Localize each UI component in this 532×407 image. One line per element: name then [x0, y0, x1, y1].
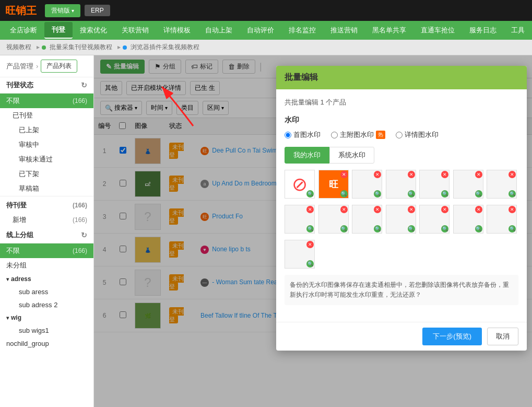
wm-cell-12[interactable]: ✕ 🔍 — [419, 205, 450, 234]
wm-cell-5[interactable]: ✕ 🔍 — [419, 170, 450, 199]
erp-button[interactable]: ERP — [85, 5, 110, 16]
wm-search-btn-1[interactable]: 🔍 — [306, 190, 314, 197]
wm-delete-btn-6[interactable]: ✕ — [475, 171, 482, 178]
wm-delete-btn-11[interactable]: ✕ — [408, 206, 415, 213]
wm-cell-3[interactable]: ✕ 🔍 — [352, 170, 382, 199]
nav-item-quandian[interactable]: 全店诊断 — [3, 22, 44, 38]
nav-item-kandeng[interactable]: 刊登 — [44, 22, 73, 39]
radio-first-image[interactable]: 首图水印 — [285, 130, 321, 139]
wm-cell-forbidden[interactable]: ⊘ 🔍 — [285, 170, 315, 199]
status-review-failed[interactable]: 审核未通过 — [0, 152, 93, 167]
nav-item-ranking[interactable]: 排名监控 — [281, 22, 323, 38]
sidebar-bc-product-list[interactable]: 产品列表 — [41, 60, 77, 73]
status-off-shelf[interactable]: 已下架 — [0, 167, 93, 181]
group-sub-adress2[interactable]: sub adress 2 — [0, 298, 93, 311]
group-unlimited[interactable]: 不限 (166) — [0, 243, 93, 258]
wm-search-btn-5[interactable]: 🔍 — [441, 190, 448, 197]
modal-note: 备份的无水印图像将保存在速卖通相册中，若您删除该图像将代表放弃备份，重新执行水印… — [285, 275, 518, 305]
nav-item-auto-upload[interactable]: 自动上架 — [198, 22, 240, 38]
forbidden-icon: ⊘ — [292, 173, 308, 195]
wm-search-btn-15[interactable]: 🔍 — [306, 260, 314, 268]
nav-item-zhitongche[interactable]: 直通车抢位 — [413, 22, 462, 38]
hot-badge: 热 — [376, 131, 385, 139]
radio-main-image[interactable]: 主附图水印 热 — [331, 130, 385, 139]
modal-header: 批量编辑 — [276, 66, 527, 89]
wm-cell-4[interactable]: ✕ 🔍 — [386, 170, 416, 199]
wm-search-btn-13[interactable]: 🔍 — [475, 225, 482, 232]
modal-footer: 下一步(预览) 取消 — [276, 322, 527, 351]
wm-delete-btn-12[interactable]: ✕ — [441, 206, 448, 213]
status-published[interactable]: 已刊登 — [0, 108, 93, 123]
nav-item-related[interactable]: 关联营销 — [114, 22, 156, 38]
wm-delete-btn-7[interactable]: ✕ — [509, 171, 516, 178]
next-preview-button[interactable]: 下一步(预览) — [422, 328, 482, 345]
pending-new[interactable]: 新增 (166) — [0, 213, 93, 227]
wm-search-btn-6[interactable]: 🔍 — [475, 190, 482, 197]
wm-search-btn-9[interactable]: 🔍 — [340, 225, 348, 232]
wm-cell-6[interactable]: ✕ 🔍 — [453, 170, 483, 199]
green-dot — [42, 45, 46, 50]
wm-delete-btn-2[interactable]: ✕ — [340, 171, 348, 178]
breadcrumb-video[interactable]: 视频教程 — [6, 43, 31, 52]
cancel-button[interactable]: 取消 — [487, 328, 518, 345]
nav-item-search[interactable]: 搜索优化 — [73, 22, 114, 38]
wm-cell-10[interactable]: ✕ 🔍 — [352, 205, 382, 234]
wm-delete-btn-4[interactable]: ✕ — [408, 171, 415, 178]
wm-delete-btn-8[interactable]: ✕ — [306, 206, 314, 213]
wm-search-btn-2[interactable]: 🔍 — [340, 190, 348, 197]
nav-bar: 全店诊断 刊登 搜索优化 关联营销 详情模板 自动上架 自动评价 排名监控 推送… — [0, 21, 532, 40]
sidebar: 产品管理 › 产品列表 刊登状态 ↻ 不限 (166) 已刊登 已上架 审核中 … — [0, 55, 94, 407]
status-draft[interactable]: 草稿箱 — [0, 181, 93, 196]
nav-item-push[interactable]: 推送营销 — [323, 22, 365, 38]
watermark-section-label: 水印 — [285, 115, 518, 125]
wm-cell-7[interactable]: ✕ 🔍 — [487, 170, 517, 199]
wm-delete-btn-9[interactable]: ✕ — [340, 206, 348, 213]
status-on-shelf[interactable]: 已上架 — [0, 123, 93, 137]
tab-my-watermark[interactable]: 我的水印 — [285, 147, 329, 164]
refresh-status-icon[interactable]: ↻ — [81, 81, 87, 89]
nav-item-service-log[interactable]: 服务日志 — [462, 22, 504, 38]
wm-delete-btn-15[interactable]: ✕ — [306, 241, 314, 248]
wm-search-btn-10[interactable]: 🔍 — [374, 225, 381, 232]
status-reviewing[interactable]: 审核中 — [0, 137, 93, 152]
wm-cell-13[interactable]: ✕ 🔍 — [453, 205, 483, 234]
wm-search-btn-4[interactable]: 🔍 — [408, 190, 415, 197]
breadcrumb-browser-plugin[interactable]: 浏览器插件采集视频教程 — [117, 43, 199, 52]
wm-delete-btn-14[interactable]: ✕ — [509, 206, 516, 213]
group-sub-wigs1[interactable]: sub wigs1 — [0, 324, 93, 337]
marketing-version-button[interactable]: 营销版 ▾ — [45, 4, 80, 17]
wm-search-btn-3[interactable]: 🔍 — [374, 190, 381, 197]
radio-detail-image[interactable]: 详情图水印 — [396, 130, 439, 139]
group-ungrouped[interactable]: 未分组 — [0, 258, 93, 273]
wm-cell-15[interactable]: ✕ 🔍 — [285, 240, 315, 269]
group-sub-aress[interactable]: sub aress — [0, 285, 93, 298]
watermark-tab-group: 我的水印 系统水印 — [285, 147, 518, 164]
refresh-group-icon[interactable]: ↻ — [81, 231, 87, 239]
wm-cell-9[interactable]: ✕ 🔍 — [318, 205, 349, 234]
nav-item-blacklist[interactable]: 黑名单共享 — [365, 22, 413, 38]
wm-delete-btn-5[interactable]: ✕ — [441, 171, 448, 178]
wm-cell-11[interactable]: ✕ 🔍 — [386, 205, 416, 234]
sidebar-bc-product-manage[interactable]: 产品管理 — [6, 62, 33, 71]
wm-search-btn-12[interactable]: 🔍 — [441, 225, 448, 232]
wm-search-btn-8[interactable]: 🔍 — [306, 225, 314, 232]
wm-cell-8[interactable]: ✕ 🔍 — [285, 205, 315, 234]
group-wig[interactable]: ▾ wig — [0, 311, 93, 324]
nav-item-auto-review[interactable]: 自动评价 — [240, 22, 281, 38]
nav-item-tools[interactable]: 工具 — [504, 22, 532, 38]
wm-delete-btn-10[interactable]: ✕ — [374, 206, 381, 213]
group-adress[interactable]: ▾ adress — [0, 273, 93, 285]
status-unlimited[interactable]: 不限 (166) — [0, 94, 93, 108]
wm-cell-logo[interactable]: 旺 ✕ 🔍 — [318, 170, 349, 199]
wm-delete-btn-3[interactable]: ✕ — [374, 171, 381, 178]
wm-delete-btn-13[interactable]: ✕ — [475, 206, 482, 213]
wm-search-btn-14[interactable]: 🔍 — [509, 225, 516, 232]
breadcrumb-bar: 视频教程 批量采集刊登视频教程 浏览器插件采集视频教程 — [0, 40, 532, 55]
nav-item-detail-template[interactable]: 详情模板 — [156, 22, 198, 38]
breadcrumb-batch-video[interactable]: 批量采集刊登视频教程 — [37, 43, 112, 52]
wm-search-btn-7[interactable]: 🔍 — [509, 190, 516, 197]
wm-search-btn-11[interactable]: 🔍 — [408, 225, 415, 232]
tab-system-watermark[interactable]: 系统水印 — [329, 147, 374, 164]
wm-cell-14[interactable]: ✕ 🔍 — [487, 205, 517, 234]
group-nochild[interactable]: nochild_group — [0, 337, 93, 350]
